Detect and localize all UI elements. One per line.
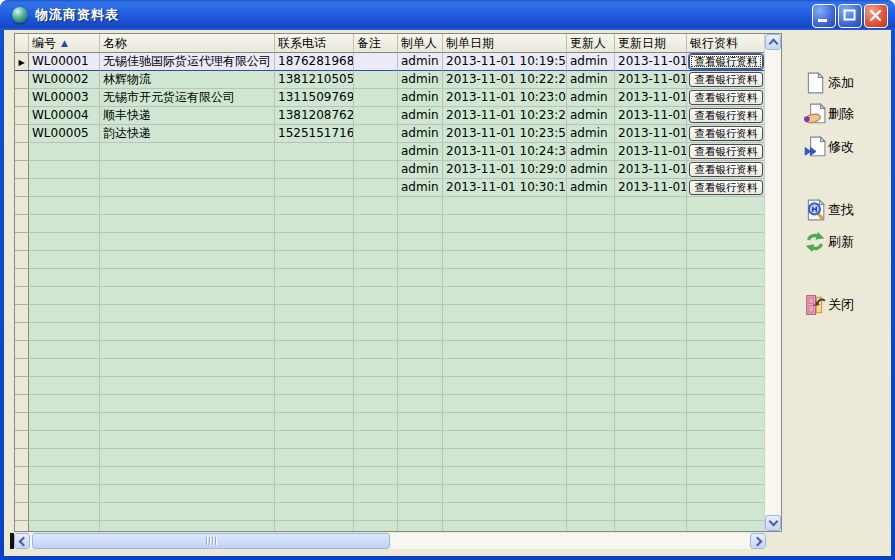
empty-row[interactable] (15, 395, 765, 413)
vertical-scrollbar[interactable] (764, 34, 781, 531)
cell-name (100, 197, 275, 215)
view-bank-info-button[interactable]: 查看银行资料 (689, 54, 763, 69)
column-header-remark[interactable]: 备注 (354, 34, 398, 53)
row-selector[interactable] (15, 215, 29, 233)
close-form-button[interactable]: 关闭 (804, 294, 854, 316)
row-selector[interactable] (15, 233, 29, 251)
row-selector[interactable] (15, 413, 29, 431)
row-selector[interactable] (15, 467, 29, 485)
cell-update_date (615, 521, 687, 531)
empty-row[interactable] (15, 467, 765, 485)
table-row[interactable]: admin2013-11-01 10:30:18admin2013-11-01查… (15, 179, 765, 197)
column-header-phone[interactable]: 联系电话 (275, 34, 354, 53)
row-selector[interactable] (15, 287, 29, 305)
row-selector[interactable] (15, 71, 29, 89)
empty-row[interactable] (15, 233, 765, 251)
table-row[interactable]: WL00005韵达快递15251517169admin2013-11-01 10… (15, 125, 765, 143)
minimize-button[interactable] (812, 4, 836, 28)
row-selector[interactable] (15, 179, 29, 197)
view-bank-info-button[interactable]: 查看银行资料 (689, 144, 763, 159)
empty-row[interactable] (15, 197, 765, 215)
modify-button[interactable]: 修改 (804, 136, 854, 158)
cell-creator (398, 323, 443, 341)
row-selector[interactable] (15, 143, 29, 161)
horizontal-scroll-thumb[interactable] (32, 533, 390, 549)
view-bank-info-button[interactable]: 查看银行资料 (689, 162, 763, 177)
column-header-updater[interactable]: 更新人 (567, 34, 615, 53)
row-selector[interactable] (15, 449, 29, 467)
table-row[interactable]: admin2013-11-01 10:24:31admin2013-11-01查… (15, 143, 765, 161)
row-selector[interactable] (15, 125, 29, 143)
view-bank-info-button[interactable]: 查看银行资料 (689, 72, 763, 87)
table-row[interactable]: admin2013-11-01 10:29:08admin2013-11-01查… (15, 161, 765, 179)
empty-row[interactable] (15, 305, 765, 323)
cell-remark (354, 413, 398, 431)
column-header-creator[interactable]: 制单人 (398, 34, 443, 53)
empty-row[interactable] (15, 503, 765, 521)
view-bank-info-button[interactable]: 查看银行资料 (689, 108, 763, 123)
scroll-left-button[interactable] (14, 533, 30, 549)
row-selector[interactable] (15, 503, 29, 521)
column-header-bank[interactable]: 银行资料 (687, 34, 765, 53)
row-selector[interactable] (15, 251, 29, 269)
empty-row[interactable] (15, 413, 765, 431)
scroll-right-button[interactable] (750, 533, 766, 549)
row-selector[interactable] (15, 485, 29, 503)
row-selector[interactable] (15, 359, 29, 377)
empty-row[interactable] (15, 449, 765, 467)
empty-row[interactable] (15, 323, 765, 341)
view-bank-info-button[interactable]: 查看银行资料 (689, 126, 763, 141)
cell-remark (354, 143, 398, 161)
row-selector[interactable] (15, 341, 29, 359)
row-selector[interactable] (15, 323, 29, 341)
row-selector[interactable] (15, 269, 29, 287)
modify-label: 修改 (828, 138, 854, 156)
empty-row[interactable] (15, 485, 765, 503)
delete-button[interactable]: 删除 (804, 103, 854, 125)
table-row[interactable]: WL00002林辉物流13812105057admin2013-11-01 10… (15, 71, 765, 89)
row-selector[interactable] (15, 161, 29, 179)
empty-row[interactable] (15, 215, 765, 233)
empty-row[interactable] (15, 377, 765, 395)
view-bank-info-button[interactable]: 查看银行资料 (689, 180, 763, 195)
row-selector[interactable] (15, 521, 29, 531)
row-selector[interactable] (15, 431, 29, 449)
column-header-create_date[interactable]: 制单日期 (443, 34, 567, 53)
table-row[interactable]: WL00003无锡市开元货运有限公司13115097692admin2013-1… (15, 89, 765, 107)
scroll-up-button[interactable] (765, 34, 781, 50)
cell-bank (687, 287, 765, 305)
cell-updater: admin (567, 89, 615, 107)
empty-row[interactable] (15, 521, 765, 531)
find-button[interactable]: H 查找 (804, 199, 854, 221)
row-selector[interactable] (15, 197, 29, 215)
row-selector[interactable] (15, 395, 29, 413)
column-header-update_date[interactable]: 更新日期 (615, 34, 687, 53)
title-bar[interactable]: 物流商资料表 (0, 0, 895, 30)
empty-row[interactable] (15, 431, 765, 449)
empty-row[interactable] (15, 359, 765, 377)
scroll-down-button[interactable] (765, 515, 781, 531)
row-selector[interactable] (15, 89, 29, 107)
table-row[interactable]: WL00004顺丰快递13812087624admin2013-11-01 10… (15, 107, 765, 125)
cell-create_date (443, 485, 567, 503)
cell-remark (354, 233, 398, 251)
maximize-button[interactable] (838, 4, 862, 28)
empty-row[interactable] (15, 251, 765, 269)
view-bank-info-button[interactable]: 查看银行资料 (689, 90, 763, 105)
empty-row[interactable] (15, 341, 765, 359)
row-selector[interactable] (15, 107, 29, 125)
empty-row[interactable] (15, 269, 765, 287)
add-button[interactable]: 添加 (804, 72, 854, 94)
refresh-button[interactable]: 刷新 (804, 231, 854, 253)
row-selector[interactable] (15, 377, 29, 395)
column-header-name[interactable]: 名称 (100, 34, 275, 53)
empty-row[interactable] (15, 287, 765, 305)
column-header-id[interactable]: 编号▲ (29, 34, 100, 53)
row-selector[interactable] (15, 305, 29, 323)
horizontal-scrollbar[interactable] (14, 533, 766, 549)
cell-update_date (615, 215, 687, 233)
chevron-right-icon (752, 536, 762, 546)
table-row[interactable]: ▶WL00001无锡佳驰国际货运代理有限公司18762819685admin20… (15, 53, 765, 71)
close-button[interactable] (864, 4, 888, 28)
row-selector[interactable]: ▶ (15, 53, 29, 71)
